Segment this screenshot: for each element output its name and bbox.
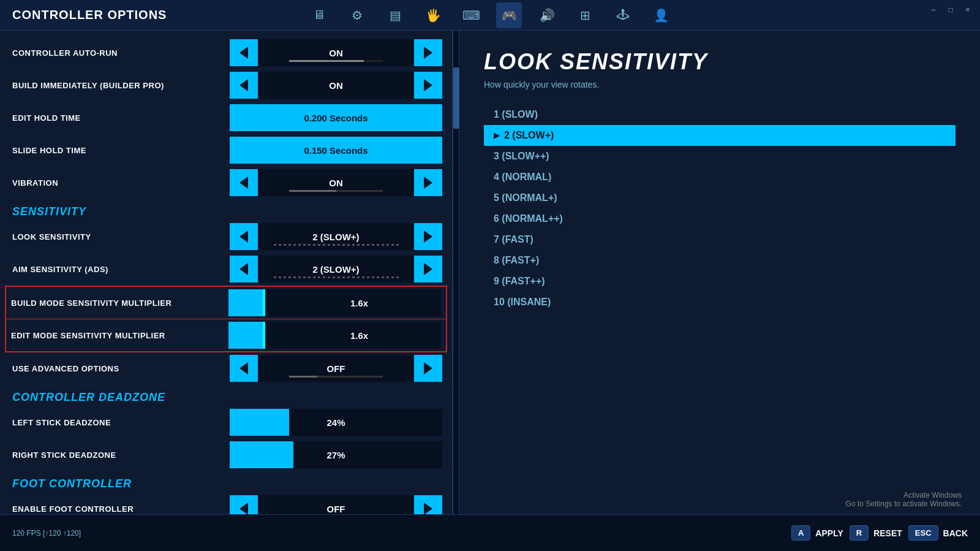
use-advanced-options-right[interactable] — [414, 355, 442, 382]
bottom-buttons: A APPLY R RESET ESC BACK — [791, 525, 968, 541]
grid-icon[interactable]: ⊞ — [572, 2, 598, 28]
foot-section-title: FOOT CONTROLLER — [12, 477, 132, 490]
audio-icon[interactable]: 🔊 — [534, 2, 560, 28]
controller-auto-run-left[interactable] — [230, 39, 258, 66]
look-sensitivity-left[interactable] — [230, 223, 258, 250]
sensitivity-option-3[interactable]: 3 (SLOW++) — [484, 146, 956, 167]
scrollbar[interactable] — [453, 31, 459, 514]
aim-sensitivity-label: AIM SENSITIVITY (ADS) — [12, 265, 230, 274]
build-mode-multiplier-slider[interactable]: 1.6x — [228, 289, 441, 316]
hand-icon[interactable]: 🖐 — [420, 2, 446, 28]
left-panel: CONTROLLER AUTO-RUN ON BUILD IMMEDIATELY… — [0, 31, 453, 514]
right-panel: LOOK SENSITIVITY How quickly your view r… — [459, 31, 980, 514]
deadzone-section-title: CONTROLLER DEADZONE — [12, 391, 165, 403]
enable-foot-controller-left[interactable] — [230, 495, 258, 514]
deadzone-section-header: CONTROLLER DEADZONE — [0, 385, 452, 406]
sensitivity-option-10[interactable]: 10 (INSANE) — [484, 292, 956, 313]
enable-foot-controller-right[interactable] — [414, 495, 442, 514]
right-panel-title: LOOK SENSITIVITY — [484, 49, 956, 75]
aim-sensitivity-right[interactable] — [414, 256, 442, 283]
sensitivity-option-2[interactable]: ▶ 2 (SLOW+) — [484, 125, 956, 146]
activate-windows-line1: Activate Windows — [846, 491, 962, 500]
edit-hold-time-control: 0.200 Seconds — [230, 104, 442, 131]
keyboard-icon[interactable]: ⌨ — [458, 2, 484, 28]
reset-button[interactable]: R RESET — [850, 525, 902, 541]
gear-icon[interactable]: ⚙ — [344, 2, 370, 28]
edit-hold-time-value: 0.200 Seconds — [304, 113, 368, 123]
look-sensitivity-label: LOOK SENSITIVITY — [12, 232, 230, 241]
gamepad-icon[interactable]: 🎮 — [496, 2, 522, 28]
sensitivity-option-6[interactable]: 6 (NORMAL++) — [484, 208, 956, 229]
use-advanced-options-left[interactable] — [230, 355, 258, 382]
minimize-button[interactable]: – — [927, 5, 940, 15]
vibration-left[interactable] — [230, 169, 258, 196]
edit-hold-time-row: EDIT HOLD TIME 0.200 Seconds — [0, 102, 452, 134]
right-stick-deadzone-slider[interactable]: 27% — [230, 441, 442, 468]
vibration-value: ON — [258, 169, 414, 196]
build-mode-multiplier-row: BUILD MODE SENSITIVITY MULTIPLIER 1.6x — [6, 287, 446, 319]
use-advanced-options-value: OFF — [258, 355, 414, 382]
look-sensitivity-right[interactable] — [414, 223, 442, 250]
left-stick-deadzone-slider[interactable]: 24% — [230, 409, 442, 436]
active-arrow-icon: ▶ — [494, 131, 499, 140]
sensitivity-option-7[interactable]: 7 (FAST) — [484, 229, 956, 250]
controller-auto-run-label: CONTROLLER AUTO-RUN — [12, 48, 230, 58]
apply-button[interactable]: A APPLY — [791, 525, 843, 541]
enable-foot-controller-control: OFF — [230, 495, 442, 514]
right-stick-deadzone-label: RIGHT STICK DEADZONE — [12, 450, 230, 460]
edit-mode-multiplier-control: 1.6x — [228, 322, 441, 349]
controller-auto-run-right[interactable] — [414, 39, 442, 66]
build-mode-multiplier-control: 1.6x — [228, 289, 441, 316]
right-stick-deadzone-row: RIGHT STICK DEADZONE 27% — [0, 439, 452, 471]
controller-auto-run-value: ON — [258, 39, 414, 66]
vibration-right[interactable] — [414, 169, 442, 196]
maximize-button[interactable]: □ — [944, 5, 957, 15]
sensitivity-option-5[interactable]: 5 (NORMAL+) — [484, 188, 956, 208]
sensitivity-option-8[interactable]: 8 (FAST+) — [484, 250, 956, 271]
list-icon[interactable]: ▤ — [382, 2, 408, 28]
edit-mode-multiplier-label: EDIT MODE SENSITIVITY MULTIPLIER — [11, 331, 228, 340]
slide-hold-time-slider[interactable]: 0.150 Seconds — [230, 137, 442, 164]
window-controls: – □ × — [927, 5, 974, 15]
aim-sensitivity-row: AIM SENSITIVITY (ADS) 2 (SLOW+) — [0, 253, 452, 286]
vibration-label: VIBRATION — [12, 178, 230, 188]
edit-mode-multiplier-slider[interactable]: 1.6x — [228, 322, 441, 349]
use-advanced-options-label: USE ADVANCED OPTIONS — [12, 364, 230, 373]
vibration-row: VIBRATION ON — [0, 167, 452, 199]
vibration-control: ON — [230, 169, 442, 196]
aim-sensitivity-value: 2 (SLOW+) — [258, 256, 414, 283]
look-sensitivity-value: 2 (SLOW+) — [258, 223, 414, 250]
sensitivity-option-4[interactable]: 4 (NORMAL) — [484, 167, 956, 188]
enable-foot-controller-row: ENABLE FOOT CONTROLLER OFF — [0, 493, 452, 514]
slide-hold-time-control: 0.150 Seconds — [230, 137, 442, 164]
reset-label: RESET — [873, 528, 902, 538]
apply-key: A — [791, 525, 810, 541]
edit-hold-time-slider[interactable]: 0.200 Seconds — [230, 104, 442, 131]
build-immediately-row: BUILD IMMEDIATELY (BUILDER PRO) ON — [0, 69, 452, 102]
right-panel-subtitle: How quickly your view rotates. — [484, 80, 956, 89]
controller-icon[interactable]: 🕹 — [610, 2, 636, 28]
sensitivity-option-1[interactable]: 1 (SLOW) — [484, 104, 956, 125]
user-icon[interactable]: 👤 — [648, 2, 674, 28]
sensitivity-section-header: SENSITIVITY — [0, 199, 452, 221]
close-button[interactable]: × — [962, 5, 974, 15]
back-key: ESC — [908, 525, 938, 541]
back-label: BACK — [943, 528, 968, 538]
right-stick-deadzone-control: 27% — [230, 441, 442, 468]
controller-auto-run-control: ON — [230, 39, 442, 66]
left-stick-deadzone-control: 24% — [230, 409, 442, 436]
back-button[interactable]: ESC BACK — [908, 525, 968, 541]
build-immediately-control: ON — [230, 72, 442, 99]
controller-auto-run-row: CONTROLLER AUTO-RUN ON — [0, 37, 452, 69]
edit-mode-multiplier-value: 1.6x — [277, 330, 441, 341]
monitor-icon[interactable]: 🖥 — [306, 2, 332, 28]
nav-icons: 🖥 ⚙ ▤ 🖐 ⌨ 🎮 🔊 ⊞ 🕹 👤 — [306, 2, 674, 28]
build-mode-multiplier-value: 1.6x — [277, 298, 441, 308]
fps-info: 120 FPS [↑120 ↑120] — [12, 529, 81, 538]
build-immediately-label: BUILD IMMEDIATELY (BUILDER PRO) — [12, 81, 230, 90]
activate-windows-line2: Go to Settings to activate Windows. — [846, 500, 962, 508]
aim-sensitivity-left[interactable] — [230, 256, 258, 283]
sensitivity-option-9[interactable]: 9 (FAST++) — [484, 271, 956, 292]
build-immediately-right[interactable] — [414, 72, 442, 99]
build-immediately-left[interactable] — [230, 72, 258, 99]
